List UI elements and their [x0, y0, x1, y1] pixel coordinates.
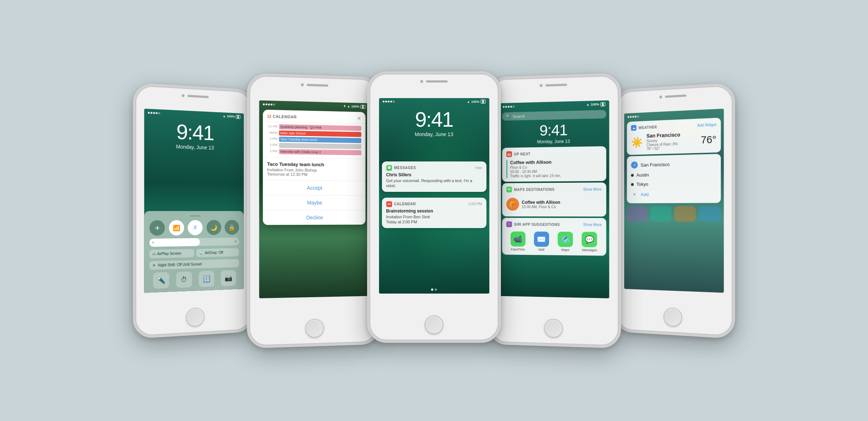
airplane-btn[interactable]: ✈: [149, 220, 165, 236]
siri-app-facetime[interactable]: 📹 FaceTime: [510, 231, 525, 251]
up-next-header: 📅 UP NEXT: [506, 150, 602, 157]
brightness-slider[interactable]: ☀ ☀: [149, 237, 239, 247]
up-next-time: 10:00 - 10:30 AM: [510, 169, 561, 173]
flashlight-btn[interactable]: 🔦: [153, 272, 169, 289]
calendar-notification-2[interactable]: 13 CALENDAR 2:00 PM Brainstorming sessio…: [382, 198, 486, 228]
dest-name: Coffee with Allison: [522, 199, 560, 205]
brightness-low-icon: ☀: [152, 241, 154, 244]
screen-1: ▲ 100% ▓ 9:41 Monday, June 13: [144, 109, 244, 293]
maps-dest-info: Coffee with Allison 10:00 AM, Flour & Co: [522, 199, 560, 209]
current-city: San Francisco: [641, 161, 669, 168]
time-display-1: 9:41: [144, 119, 244, 144]
airplay-screen-btn[interactable]: ▭ AirPlay Screen: [149, 249, 194, 258]
lock-btn[interactable]: 🔒: [225, 220, 239, 235]
cal-section-title: CALENDAR: [273, 114, 357, 120]
dot5: [158, 112, 160, 114]
dot1: [148, 111, 150, 113]
status-right-2: ✦ ▲ 100% ▓: [343, 104, 365, 108]
siri-app-messages[interactable]: 💬 Messages: [582, 232, 597, 252]
dot2: [150, 111, 152, 113]
cal-close-btn[interactable]: ✕: [357, 115, 361, 121]
event-interview: Interview with Chella Gray 2: [279, 149, 361, 155]
home-button-1[interactable]: [186, 307, 204, 327]
bluetooth-btn[interactable]: #: [188, 220, 203, 235]
weather-content: ☀️ San Francisco Sunny Chance of Rain: 0…: [631, 130, 716, 151]
airdrop-icon: 📡: [199, 251, 204, 255]
cal-event-sub2: Tomorrow at 12:30 PM: [267, 172, 361, 177]
airplay-label: AirPlay Screen: [157, 251, 182, 256]
siri-header: 🔮 SIRI APP SUGGESTIONS Show More: [506, 221, 602, 227]
calendar-detail: Taco Tuesday team lunch Invitation From …: [263, 157, 365, 181]
austin-dot: [631, 173, 634, 176]
camera-btn[interactable]: 📷: [221, 270, 236, 286]
speaker-3: [426, 80, 448, 83]
up-next-title: UP NEXT: [514, 151, 601, 156]
home-button-4[interactable]: [544, 319, 563, 338]
front-camera-3: [420, 80, 423, 83]
notification-bg: ✦ ▲ 100% ▓ 13 CALENDAR ✕: [259, 100, 369, 298]
timer-btn[interactable]: ⏱: [176, 271, 192, 288]
maps-dest-icon: 🗺: [506, 186, 512, 192]
home-button-3[interactable]: [425, 315, 443, 334]
control-icons-row: ✈ 📶 # 🌙 🔒: [149, 220, 239, 236]
austin-item: Austin: [631, 168, 716, 179]
dot3: [153, 111, 155, 113]
time-11am: 11 AM: [267, 124, 277, 129]
nav-arrow-icon: ↗: [631, 161, 638, 168]
siri-show-more[interactable]: Show More: [583, 222, 601, 226]
calendar-actions: Accept Maybe Decline: [263, 180, 365, 225]
siri-app-maps[interactable]: 🗺️ Maps: [558, 232, 573, 252]
phone-4: ▲ 100% ▓ 🔍 Search 9:41 Monday, June 13: [488, 73, 621, 349]
bt-icon: ✦: [343, 104, 346, 108]
airplay-icon: ▭: [152, 252, 156, 256]
add-location-item[interactable]: + Add: [631, 188, 716, 199]
notif-sub-2: Today at 2:00 PM: [386, 219, 482, 224]
facetime-label: FaceTime: [511, 247, 525, 251]
wifi-btn[interactable]: 📶: [169, 220, 184, 236]
time-display-3: 9:41: [379, 109, 489, 130]
front-camera-2: [301, 83, 304, 86]
weather-header: ☁ WEATHER Add Widget: [631, 121, 716, 131]
search-bar-4[interactable]: 🔍 Search: [502, 110, 606, 121]
signal-2: [263, 103, 275, 105]
siri-app-mail[interactable]: ✉️ Mail: [534, 231, 549, 251]
decline-btn[interactable]: Decline: [263, 210, 365, 224]
up-next-location: Flour & Co: [510, 165, 561, 169]
location-icon-4: ▲: [586, 102, 590, 106]
add-widget-btn[interactable]: Add Widget: [697, 122, 716, 127]
bottom-tools: 🔦 ⏱ 🔢 📷: [149, 270, 239, 289]
accept-btn[interactable]: Accept: [263, 180, 365, 196]
messages-notification[interactable]: 💬 MESSAGES now Chris Sillers Got your vo…: [382, 161, 486, 192]
home-button-5[interactable]: [664, 307, 682, 327]
time-3pm: 3 PM: [267, 149, 277, 154]
moon-btn[interactable]: 🌙: [207, 220, 221, 235]
weather-info: San Francisco Sunny Chance of Rain: 0% 7…: [646, 131, 680, 151]
phone-2: ✦ ▲ 100% ▓ 13 CALENDAR ✕: [247, 73, 380, 349]
cal-row-3pm: 3 PM Interview with Chella Gray 2: [267, 149, 361, 155]
mail-icon: ✉️: [534, 231, 549, 247]
calculator-btn[interactable]: 🔢: [199, 270, 214, 287]
maps-dest-icon-img: 🥐: [506, 198, 519, 211]
brightness-high-icon: ☀: [234, 240, 237, 243]
airdrop-label: AirDrop: Off: [205, 251, 223, 255]
calendar-app-icon: 13: [386, 201, 392, 207]
weather-section-title: WEATHER: [638, 123, 697, 130]
dot-1: [431, 289, 433, 291]
location-icon-2: ▲: [347, 104, 350, 108]
night-shift-btn[interactable]: ☀ Night Shift: Off Until Sunset: [149, 259, 239, 269]
home-button-2[interactable]: [305, 319, 324, 338]
today-time: 9:41 Monday, June 13: [499, 120, 609, 145]
signal-4: [503, 105, 514, 108]
airdrop-btn[interactable]: 📡 AirDrop: Off: [196, 248, 239, 257]
dest-time: 10:00 AM, Flour & Co: [522, 205, 560, 209]
event-taco: Taco Tuesday team lunch: [279, 136, 361, 143]
siri-apps-row: 📹 FaceTime ✉️ Mail 🗺️ Maps: [506, 230, 602, 252]
battery-icon-2: ▓: [361, 105, 365, 109]
battery-icon-4: ▓: [600, 102, 605, 106]
maybe-btn[interactable]: Maybe: [263, 195, 365, 210]
screen-5: ☁ WEATHER Add Widget ☀️ San Francisco Su…: [624, 109, 724, 293]
messages-label: Messages: [582, 248, 597, 252]
maps-show-more[interactable]: Show More: [583, 187, 601, 191]
dot4: [156, 112, 157, 114]
cal-event-main-title: Taco Tuesday team lunch: [267, 161, 361, 168]
